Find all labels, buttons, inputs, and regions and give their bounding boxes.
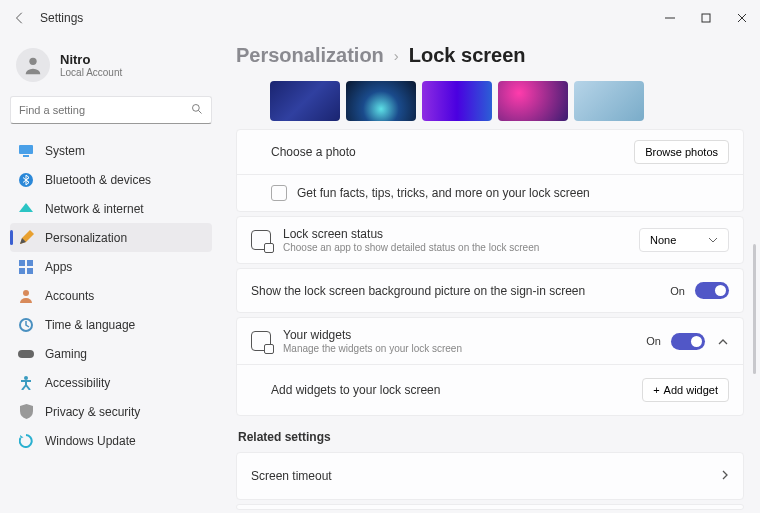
- svg-line-6: [199, 111, 202, 114]
- svg-point-5: [193, 105, 200, 112]
- sidebar-item-accounts[interactable]: Accounts: [10, 281, 212, 310]
- window-controls: [652, 0, 760, 36]
- nav-label: Privacy & security: [45, 405, 140, 419]
- maximize-button[interactable]: [688, 0, 724, 36]
- nav-label: Network & internet: [45, 202, 144, 216]
- nav-label: Accessibility: [45, 376, 110, 390]
- svg-point-4: [29, 58, 36, 65]
- profile-name: Nitro: [60, 52, 122, 67]
- gaming-icon: [18, 346, 34, 362]
- plus-icon: +: [653, 384, 659, 396]
- svg-rect-11: [27, 260, 33, 266]
- lock-status-card: Lock screen status Choose an app to show…: [236, 216, 744, 264]
- signin-bg-label: Show the lock screen background picture …: [251, 284, 585, 298]
- chevron-down-icon: [708, 237, 718, 243]
- nav-label: Accounts: [45, 289, 94, 303]
- svg-rect-1: [702, 14, 710, 22]
- wallpaper-thumb[interactable]: [574, 81, 644, 121]
- accessibility-icon: [18, 375, 34, 391]
- back-button[interactable]: [12, 10, 28, 26]
- scrollbar[interactable]: [753, 244, 756, 374]
- signin-bg-toggle[interactable]: [695, 282, 729, 299]
- wifi-icon: [18, 201, 34, 217]
- choose-photo-row: Choose a photo Browse photos: [237, 130, 743, 174]
- sidebar-item-gaming[interactable]: Gaming: [10, 339, 212, 368]
- close-button[interactable]: [724, 0, 760, 36]
- nav-list: System Bluetooth & devices Network & int…: [10, 136, 212, 455]
- signin-bg-card: Show the lock screen background picture …: [236, 268, 744, 313]
- wallpaper-thumb[interactable]: [346, 81, 416, 121]
- bluetooth-icon: [18, 172, 34, 188]
- search-box[interactable]: [10, 96, 212, 124]
- wallpaper-thumbs: [236, 81, 744, 129]
- widgets-toggle[interactable]: [671, 333, 705, 350]
- toggle-state: On: [670, 285, 685, 297]
- browse-photos-button[interactable]: Browse photos: [634, 140, 729, 164]
- fun-facts-row: Get fun facts, tips, tricks, and more on…: [237, 174, 743, 211]
- profile[interactable]: Nitro Local Account: [10, 42, 212, 96]
- screen-timeout-row[interactable]: Screen timeout: [237, 453, 743, 499]
- sidebar-item-time[interactable]: Time & language: [10, 310, 212, 339]
- widgets-card: Your widgets Manage the widgets on your …: [236, 317, 744, 416]
- svg-rect-13: [27, 268, 33, 274]
- lock-status-dropdown[interactable]: None: [639, 228, 729, 252]
- lock-status-row[interactable]: Lock screen status Choose an app to show…: [237, 217, 743, 263]
- nav-label: Personalization: [45, 231, 127, 245]
- app-title: Settings: [40, 11, 83, 25]
- dropdown-value: None: [650, 234, 676, 246]
- shield-icon: [18, 404, 34, 420]
- system-icon: [18, 143, 34, 159]
- wallpaper-thumb[interactable]: [270, 81, 340, 121]
- sidebar-item-privacy[interactable]: Privacy & security: [10, 397, 212, 426]
- widgets-icon: [251, 331, 271, 351]
- screen-timeout-label: Screen timeout: [251, 469, 332, 483]
- nav-label: Apps: [45, 260, 72, 274]
- widgets-sub: Manage the widgets on your lock screen: [283, 343, 462, 354]
- screen-timeout-card[interactable]: Screen timeout: [236, 452, 744, 500]
- svg-point-14: [23, 290, 29, 296]
- sidebar-item-apps[interactable]: Apps: [10, 252, 212, 281]
- add-widget-row: Add widgets to your lock screen +Add wid…: [237, 364, 743, 415]
- breadcrumb-current: Lock screen: [409, 44, 526, 67]
- minimize-button[interactable]: [652, 0, 688, 36]
- sidebar: Nitro Local Account System Bluetooth & d…: [0, 36, 222, 513]
- wallpaper-thumb[interactable]: [422, 81, 492, 121]
- chevron-up-icon[interactable]: [717, 332, 729, 350]
- lock-status-title: Lock screen status: [283, 227, 539, 241]
- avatar: [16, 48, 50, 82]
- lock-status-sub: Choose an app to show detailed status on…: [283, 242, 539, 253]
- breadcrumb-parent[interactable]: Personalization: [236, 44, 384, 67]
- main-panel: Personalization › Lock screen Choose a p…: [222, 36, 760, 513]
- svg-rect-16: [18, 350, 34, 358]
- sidebar-item-personalization[interactable]: Personalization: [10, 223, 212, 252]
- add-widget-button[interactable]: +Add widget: [642, 378, 729, 402]
- time-icon: [18, 317, 34, 333]
- status-icon: [251, 230, 271, 250]
- sidebar-item-update[interactable]: Windows Update: [10, 426, 212, 455]
- update-icon: [18, 433, 34, 449]
- next-card-peek: [236, 504, 744, 510]
- fun-facts-checkbox[interactable]: [271, 185, 287, 201]
- svg-rect-12: [19, 268, 25, 274]
- search-input[interactable]: [19, 104, 191, 116]
- search-icon: [191, 101, 203, 119]
- sidebar-item-network[interactable]: Network & internet: [10, 194, 212, 223]
- personalize-icon: [18, 230, 34, 246]
- sidebar-item-accessibility[interactable]: Accessibility: [10, 368, 212, 397]
- related-settings-title: Related settings: [238, 430, 744, 444]
- sidebar-item-system[interactable]: System: [10, 136, 212, 165]
- titlebar: Settings: [0, 0, 760, 36]
- choose-photo-label: Choose a photo: [271, 145, 356, 159]
- nav-label: Time & language: [45, 318, 135, 332]
- widgets-title: Your widgets: [283, 328, 462, 342]
- wallpaper-thumb[interactable]: [498, 81, 568, 121]
- widgets-row[interactable]: Your widgets Manage the widgets on your …: [237, 318, 743, 364]
- toggle-state: On: [646, 335, 661, 347]
- sidebar-item-bluetooth[interactable]: Bluetooth & devices: [10, 165, 212, 194]
- nav-label: Windows Update: [45, 434, 136, 448]
- breadcrumb: Personalization › Lock screen: [236, 44, 744, 67]
- nav-label: System: [45, 144, 85, 158]
- fun-facts-label: Get fun facts, tips, tricks, and more on…: [297, 186, 590, 200]
- svg-rect-7: [19, 145, 33, 154]
- photo-card: Choose a photo Browse photos Get fun fac…: [236, 129, 744, 212]
